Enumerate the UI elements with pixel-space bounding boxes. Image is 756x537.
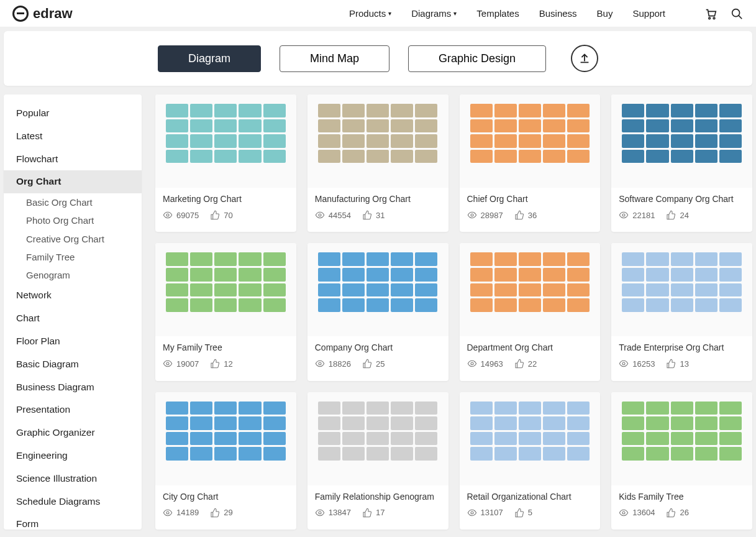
likes-count: 26: [680, 508, 688, 517]
views-icon: [467, 359, 477, 369]
template-card[interactable]: Manufacturing Org Chart 44554 31: [307, 94, 449, 232]
card-thumbnail: [307, 243, 449, 336]
template-card[interactable]: Kids Family Tree 13604 26: [611, 392, 752, 530]
sidebar-item-science-illustration[interactable]: Science Illustration: [4, 467, 142, 490]
template-card[interactable]: Retail Organizational Chart 13107 5: [460, 392, 601, 530]
likes-count: 17: [376, 508, 385, 517]
views-icon: [619, 359, 629, 369]
sidebar-item-chart[interactable]: Chart: [4, 307, 142, 330]
svg-point-8: [166, 362, 169, 365]
svg-point-11: [622, 362, 625, 365]
sidebar-item-engineering[interactable]: Engineering: [4, 444, 142, 467]
nav-business[interactable]: Business: [539, 8, 577, 19]
likes-icon: [666, 508, 676, 518]
card-title: Manufacturing Org Chart: [315, 194, 441, 204]
nav-buy[interactable]: Buy: [597, 8, 613, 19]
upload-button[interactable]: [571, 45, 598, 72]
card-thumbnail: [155, 94, 296, 188]
card-stats: 28987 36: [467, 210, 593, 220]
sidebar-item-presentation[interactable]: Presentation: [4, 398, 142, 421]
likes-count: 70: [224, 211, 232, 220]
card-stats: 69075 70: [163, 210, 289, 220]
nav-diagrams[interactable]: Diagrams▾: [411, 8, 457, 19]
template-card[interactable]: Chief Org Chart 28987 36: [460, 94, 601, 232]
sidebar-item-org-chart[interactable]: Org Chart: [4, 170, 142, 193]
sidebar-item-flowchart[interactable]: Flowchart: [4, 148, 142, 171]
likes-count: 29: [224, 508, 232, 517]
likes-icon: [210, 210, 220, 220]
sidebar-item-popular[interactable]: Popular: [4, 102, 142, 125]
svg-point-5: [319, 214, 321, 216]
cart-icon[interactable]: [704, 7, 717, 21]
svg-point-2: [732, 9, 740, 16]
svg-point-12: [166, 512, 169, 514]
card-title: Company Org Chart: [315, 342, 441, 352]
template-grid: Marketing Org Chart 69075 70 Manufacturi…: [155, 94, 752, 530]
likes-icon: [514, 508, 524, 518]
card-thumbnail: [155, 243, 296, 336]
views-icon: [467, 508, 477, 518]
views-count: 16253: [632, 359, 655, 369]
views-count: 22181: [632, 211, 655, 220]
sidebar-item-floor-plan[interactable]: Floor Plan: [4, 330, 142, 353]
views-count: 13107: [481, 508, 503, 517]
likes-icon: [514, 210, 524, 220]
svg-point-14: [471, 512, 473, 514]
tab-mindmap[interactable]: Mind Map: [280, 45, 389, 72]
sidebar-sub-family-tree[interactable]: Family Tree: [4, 248, 142, 266]
svg-point-9: [319, 362, 321, 365]
card-stats: 14963 22: [467, 359, 593, 369]
sidebar-sub-basic-org-chart[interactable]: Basic Org Chart: [4, 193, 142, 211]
views-icon: [163, 508, 173, 518]
nav-support[interactable]: Support: [632, 8, 665, 19]
likes-icon: [362, 359, 372, 369]
sidebar-item-form[interactable]: Form: [4, 513, 142, 530]
tab-graphic-design[interactable]: Graphic Design: [408, 45, 546, 72]
template-card[interactable]: Family Relationship Genogram 13847 17: [307, 392, 449, 530]
template-card[interactable]: Company Org Chart 18826 25: [307, 243, 449, 380]
svg-point-10: [471, 362, 473, 365]
sidebar: PopularLatestFlowchartOrg ChartBasic Org…: [4, 94, 142, 530]
template-card[interactable]: City Org Chart 14189 29: [155, 392, 296, 530]
template-card[interactable]: My Family Tree 19007 12: [155, 243, 296, 380]
card-title: Trade Enterprise Org Chart: [619, 342, 745, 352]
sidebar-item-basic-diagram[interactable]: Basic Diagram: [4, 353, 142, 376]
views-count: 14189: [176, 508, 199, 517]
views-count: 19007: [176, 359, 199, 369]
search-icon[interactable]: [730, 7, 744, 21]
template-card[interactable]: Department Org Chart 14963 22: [460, 243, 601, 380]
sidebar-item-network[interactable]: Network: [4, 284, 142, 307]
card-stats: 13604 26: [619, 508, 745, 518]
template-card[interactable]: Software Company Org Chart 22181 24: [611, 94, 752, 232]
logo[interactable]: edraw: [12, 6, 73, 22]
sidebar-sub-creative-org-chart[interactable]: Creative Org Chart: [4, 230, 142, 248]
sidebar-item-graphic-organizer[interactable]: Graphic Organizer: [4, 421, 142, 444]
views-icon: [619, 508, 629, 518]
likes-count: 24: [680, 211, 688, 220]
card-thumbnail: [611, 243, 752, 336]
views-count: 69075: [176, 211, 199, 220]
card-stats: 19007 12: [163, 359, 289, 369]
sidebar-item-latest[interactable]: Latest: [4, 125, 142, 148]
card-title: Marketing Org Chart: [163, 194, 289, 204]
svg-point-15: [622, 512, 625, 514]
svg-line-3: [739, 16, 742, 19]
views-count: 13847: [329, 508, 351, 517]
nav-products[interactable]: Products▾: [349, 8, 391, 19]
tab-diagram[interactable]: Diagram: [158, 45, 261, 72]
likes-count: 5: [528, 508, 532, 517]
nav-templates[interactable]: Templates: [476, 8, 519, 19]
sidebar-item-schedule-diagrams[interactable]: Schedule Diagrams: [4, 490, 142, 513]
card-stats: 13107 5: [467, 508, 593, 518]
svg-point-7: [622, 214, 625, 216]
template-card[interactable]: Trade Enterprise Org Chart 16253 13: [611, 243, 752, 380]
card-thumbnail: [155, 392, 296, 485]
likes-count: 12: [224, 359, 232, 369]
tabs-bar: Diagram Mind Map Graphic Design: [4, 31, 752, 86]
sidebar-sub-photo-org-chart[interactable]: Photo Org Chart: [4, 211, 142, 229]
template-card[interactable]: Marketing Org Chart 69075 70: [155, 94, 296, 232]
sidebar-sub-genogram[interactable]: Genogram: [4, 266, 142, 284]
likes-count: 36: [528, 211, 537, 220]
sidebar-item-business-diagram[interactable]: Business Diagram: [4, 376, 142, 399]
views-icon: [619, 210, 629, 220]
